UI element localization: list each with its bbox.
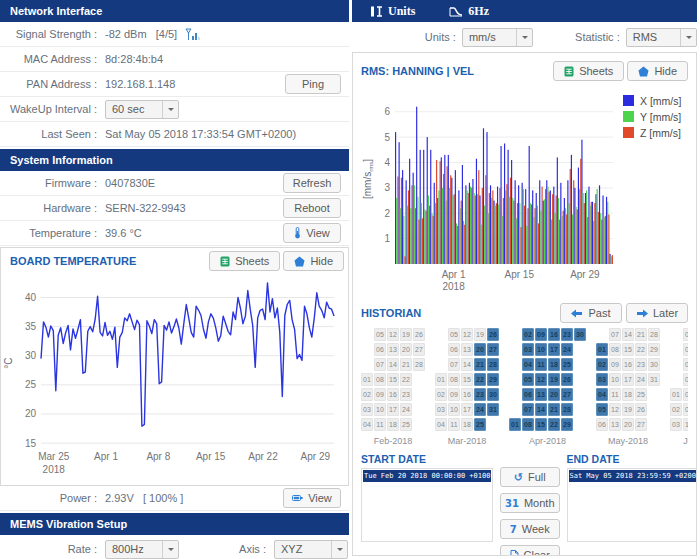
calendar-day[interactable]: 10 [683,418,688,431]
calendar-day[interactable]: 03 [596,373,608,386]
wakeup-interval-dropdown[interactable]: 60 sec [105,100,179,119]
calendar-day[interactable]: 20 [548,388,560,401]
calendar-day[interactable]: 09 [448,388,460,401]
calendar-day[interactable]: 08 [609,343,621,356]
calendar-day[interactable]: 27 [487,343,499,356]
calendar-day[interactable]: 19 [548,373,560,386]
past-button[interactable]: Past [560,303,622,323]
calendar-day[interactable]: 24 [635,373,647,386]
calendar-day[interactable]: 10 [374,403,386,416]
later-button[interactable]: Later [626,303,688,323]
calendar-day[interactable]: 11 [374,418,386,431]
full-range-button[interactable]: ↺ Full [500,467,560,487]
calendar-day[interactable]: 12 [609,403,621,416]
calendar-day[interactable]: 19 [400,328,412,341]
calendar-day[interactable]: 02 [522,328,534,341]
hide-button-board-temp[interactable]: Hide [283,251,344,271]
calendar-day[interactable]: 18 [461,418,473,431]
calendar-day[interactable]: 24 [474,403,486,416]
calendar-day[interactable]: 25 [561,358,573,371]
calendar-day[interactable]: 15 [535,418,547,431]
calendar-day[interactable]: 11 [448,418,460,431]
calendar-day[interactable]: 27 [413,343,425,356]
board-temperature-chart[interactable]: 152025303540Mar 252018Apr 1Apr 8Apr 15Ap… [1,274,341,481]
sheets-button-rms[interactable]: Sheets [553,61,624,81]
calendar-day[interactable]: 24 [400,403,412,416]
calendar-day[interactable]: 15 [387,373,399,386]
calendar-day[interactable]: 08 [374,373,386,386]
calendar-day[interactable]: 23 [635,358,647,371]
calendar-day[interactable]: 06 [596,418,608,431]
calendar-day[interactable]: 01 [670,388,682,401]
axis-dropdown[interactable]: XYZ [274,540,348,559]
calendar-day[interactable]: 07 [522,403,534,416]
calendar-day[interactable]: 26 [561,373,573,386]
calendar-day[interactable]: 16 [461,388,473,401]
calendar-day[interactable]: 12 [535,373,547,386]
calendar-day[interactable]: 01 [509,418,521,431]
calendar-day[interactable]: 04 [435,418,447,431]
calendar-day[interactable]: 25 [635,388,647,401]
calendar-day[interactable]: 04 [361,418,373,431]
calendar-day[interactable]: 02 [596,358,608,371]
calendar-day[interactable]: 17 [622,373,634,386]
calendar-day[interactable]: 28 [413,358,425,371]
calendar-day[interactable]: 12 [387,328,399,341]
calendar-day[interactable]: 08 [522,418,534,431]
calendar-day[interactable]: 06 [683,358,688,371]
calendar-day[interactable]: 04 [683,328,688,341]
calendar-day[interactable]: 31 [648,373,660,386]
calendar-day[interactable]: 16 [622,358,634,371]
calendar-day[interactable]: 09 [609,358,621,371]
calendar-day[interactable]: 16 [548,328,560,341]
start-date-listbox[interactable]: Tue Feb 20 2018 00:00:00 +0100 [361,468,493,542]
end-date-listbox[interactable]: Sat May 05 2018 23:59:59 +0200 [567,468,698,542]
month-range-button[interactable]: 31 Month [500,493,560,513]
rate-dropdown[interactable]: 800Hz [105,540,179,559]
week-range-button[interactable]: 7 Week [500,519,560,539]
statistic-dropdown[interactable]: RMS [626,28,697,47]
view-temperature-button[interactable]: View [283,223,341,243]
rms-chart[interactable]: 123456Apr 12018Apr 15Apr 29[mm/srms]X [m… [361,84,689,296]
calendar-day[interactable]: 19 [622,403,634,416]
calendar-day[interactable]: 18 [622,388,634,401]
calendar-day[interactable]: 30 [648,358,660,371]
calendar-day[interactable]: 16 [387,388,399,401]
calendar-day[interactable]: 14 [461,358,473,371]
calendar-day[interactable]: 01 [361,373,373,386]
calendar-day[interactable]: 13 [609,418,621,431]
calendar-day[interactable]: 17 [461,403,473,416]
calendar-day[interactable]: 03 [435,403,447,416]
calendar-day[interactable]: 28 [561,403,573,416]
calendar-day[interactable]: 08 [683,388,688,401]
calendar-day[interactable]: 06 [374,343,386,356]
calendar-day[interactable]: 22 [474,373,486,386]
calendar-day[interactable]: 02 [435,388,447,401]
calendar-day[interactable]: 09 [683,403,688,416]
calendar-day[interactable]: 09 [535,328,547,341]
calendar-day[interactable]: 17 [387,403,399,416]
calendar-day[interactable]: 23 [400,388,412,401]
calendar-day[interactable]: 25 [400,418,412,431]
calendar-day[interactable]: 26 [487,328,499,341]
calendar-day[interactable]: 10 [448,403,460,416]
calendar-day[interactable]: 22 [548,418,560,431]
calendar-day[interactable]: 25 [474,418,486,431]
calendar-day[interactable]: 17 [548,343,560,356]
calendar-day[interactable]: 29 [648,343,660,356]
calendar-day[interactable]: 30 [487,388,499,401]
calendar-day[interactable]: 18 [548,358,560,371]
calendar-day[interactable]: 11 [609,388,621,401]
reboot-button[interactable]: Reboot [283,198,341,218]
calendar-day[interactable]: 14 [535,403,547,416]
calendar-day[interactable]: 07 [374,358,386,371]
calendar-day[interactable]: 10 [609,373,621,386]
ping-button[interactable]: Ping [285,74,341,94]
calendar-day[interactable]: 03 [522,343,534,356]
start-date-value[interactable]: Tue Feb 20 2018 00:00:00 +0100 [363,470,491,482]
refresh-button[interactable]: Refresh [283,173,341,193]
calendar-day[interactable]: 20 [622,418,634,431]
calendar-day[interactable]: 15 [622,343,634,356]
calendar-day[interactable]: 27 [561,388,573,401]
calendar-day[interactable]: 21 [474,358,486,371]
